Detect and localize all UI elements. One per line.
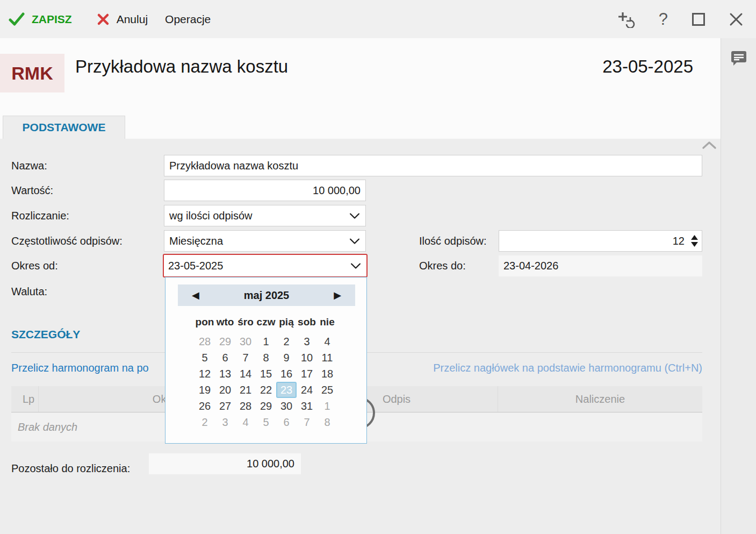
help-button[interactable]: ? [659, 10, 668, 29]
calendar-day-cell[interactable]: 30 [235, 333, 256, 350]
calendar-day-name: śro [235, 315, 256, 329]
calendar-day-cell[interactable]: 21 [235, 382, 256, 398]
okres-od-select[interactable]: 23-05-2025 [163, 254, 368, 277]
calendar-day-cell[interactable]: 1 [317, 398, 337, 414]
calendar-day-cell[interactable]: 28 [235, 398, 256, 414]
check-icon [9, 12, 25, 26]
calendar-day-cell[interactable]: 3 [215, 414, 235, 430]
pozostalo-value: 10 000,00 [247, 458, 294, 470]
calendar-day-cell[interactable]: 14 [235, 366, 256, 382]
stepper-up-icon [691, 235, 698, 240]
calendar-day-cell[interactable]: 26 [195, 398, 215, 414]
operations-menu-button[interactable]: Operacje [165, 13, 211, 26]
tab-podstawowe[interactable]: PODSTAWOWE [3, 116, 125, 139]
rozliczanie-select[interactable]: wg ilości odpisów [164, 205, 366, 226]
calendar-day-cell[interactable]: 3 [297, 333, 317, 350]
new-window-refresh-button[interactable] [617, 11, 635, 28]
nazwa-value: Przykładowa nazwa kosztu [169, 160, 298, 172]
calendar-day-name: wto [215, 315, 235, 329]
calendar-day-cell[interactable]: 11 [317, 350, 337, 366]
wartosc-input[interactable]: 10 000,00 [164, 180, 366, 201]
pozostalo-label: Pozostało do rozliczenia: [11, 458, 130, 479]
calendar-day-cell[interactable]: 2 [195, 414, 215, 430]
okres-od-label: Okres od: [11, 255, 58, 276]
stepper-arrows[interactable] [691, 235, 698, 247]
calendar-header: ◀ maj 2025 ▶ [178, 284, 355, 306]
save-button-label: ZAPISZ [32, 13, 72, 26]
calendar-day-cell[interactable]: 8 [317, 414, 337, 430]
calendar-day-cell[interactable]: 1 [256, 333, 276, 350]
calendar-day-cell[interactable]: 31 [297, 398, 317, 414]
calendar-day-cell[interactable]: 28 [195, 333, 215, 350]
czestotliwosc-label: Częstotliwość odpisów: [11, 230, 123, 252]
calendar-day-cell[interactable]: 23 [276, 382, 297, 398]
calendar-grid: 2829301234567891011121314151617181920212… [195, 333, 337, 430]
calendar-day-cell[interactable]: 22 [256, 382, 276, 398]
cancel-button-label: Anuluj [117, 13, 148, 26]
rmk-cost-window: ZAPISZ Anuluj Operacje ? [0, 0, 756, 534]
calendar-day-cell[interactable]: 5 [195, 350, 215, 366]
calendar-day-cell[interactable]: 18 [317, 366, 337, 382]
czestotliwosc-select[interactable]: Miesięczna [164, 230, 366, 252]
calendar-day-cell[interactable]: 17 [297, 366, 317, 382]
calendar-day-cell[interactable]: 8 [256, 350, 276, 366]
ilosc-odpisow-value: 12 [673, 235, 685, 247]
calendar-day-names: ponwtośroczwpiąsobnie [195, 315, 337, 329]
scroll-up-indicator[interactable] [702, 141, 717, 152]
calendar-day-cell[interactable]: 5 [256, 414, 276, 430]
calendar-day-cell[interactable]: 25 [317, 382, 337, 398]
calendar-day-cell[interactable]: 19 [195, 382, 215, 398]
calendar-day-cell[interactable]: 16 [276, 366, 297, 382]
chevron-down-icon [350, 210, 359, 222]
calendar-day-cell[interactable]: 4 [235, 414, 256, 430]
calendar-day-cell[interactable]: 15 [256, 366, 276, 382]
czestotliwosc-value: Miesięczna [169, 235, 223, 247]
stepper-down-icon [691, 242, 698, 247]
save-button[interactable]: ZAPISZ [9, 12, 72, 26]
calendar-day-cell[interactable]: 6 [276, 414, 297, 430]
calendar-day-name: nie [317, 315, 337, 329]
okres-od-value: 23-05-2025 [168, 260, 223, 272]
toolbar: ZAPISZ Anuluj Operacje ? [0, 0, 756, 38]
calendar-day-cell[interactable]: 20 [215, 382, 235, 398]
okres-do-field: 23-04-2026 [499, 255, 702, 276]
calendar-prev-month-button[interactable]: ◀ [192, 290, 199, 300]
calendar-day-cell[interactable]: 7 [297, 414, 317, 430]
calendar-day-cell[interactable]: 6 [215, 350, 235, 366]
close-button[interactable] [729, 12, 743, 26]
close-icon [729, 12, 743, 26]
okres-do-label: Okres do: [419, 255, 466, 276]
cancel-button[interactable]: Anuluj [97, 13, 148, 26]
comments-rail [721, 38, 756, 534]
plus-refresh-icon [617, 11, 635, 28]
calendar-next-month-button[interactable]: ▶ [334, 290, 341, 300]
recalc-header-link[interactable]: Przelicz nagłówek na podstawie harmonogr… [433, 362, 702, 374]
comment-bubble-icon [730, 49, 748, 67]
calendar-day-cell[interactable]: 4 [317, 333, 337, 350]
calendar-day-cell[interactable]: 27 [215, 398, 235, 414]
calendar-day-cell[interactable]: 24 [297, 382, 317, 398]
calendar-day-cell[interactable]: 10 [297, 350, 317, 366]
recalc-schedule-link[interactable]: Przelicz harmonogram na po [11, 362, 149, 374]
record-type-badge: RMK [0, 54, 64, 92]
calendar-day-name: czw [256, 315, 276, 329]
calendar-day-cell[interactable]: 29 [215, 333, 235, 350]
calendar-day-cell[interactable]: 13 [215, 366, 235, 382]
window-buttons: ? [617, 10, 756, 29]
calendar-day-cell[interactable]: 29 [256, 398, 276, 414]
calendar-day-cell[interactable]: 12 [195, 366, 215, 382]
comments-button[interactable] [730, 49, 748, 69]
calendar-day-name: pią [276, 315, 297, 329]
nazwa-input[interactable]: Przykładowa nazwa kosztu [164, 155, 702, 176]
calendar-day-cell[interactable]: 9 [276, 350, 297, 366]
maximize-button[interactable] [692, 12, 705, 26]
tab-content-podstawowe: Nazwa: Przykładowa nazwa kosztu Wartość:… [0, 139, 721, 534]
calendar-day-cell[interactable]: 30 [276, 398, 297, 414]
details-section-heading: SZCZEGÓŁY [11, 328, 80, 341]
calendar-day-cell[interactable]: 2 [276, 333, 297, 350]
ilosc-odpisow-stepper[interactable]: 12 [499, 230, 702, 252]
record-title: Przykładowa nazwa kosztu [75, 54, 288, 79]
waluta-label: Waluta: [11, 281, 47, 302]
calendar-day-cell[interactable]: 7 [235, 350, 256, 366]
wartosc-label: Wartość: [11, 180, 53, 201]
